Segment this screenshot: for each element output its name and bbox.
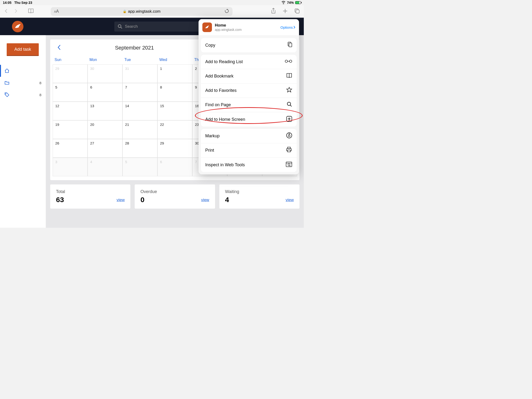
share-item-label: Add to Reading List [205,59,243,64]
svg-rect-12 [288,150,290,152]
day-cell[interactable]: 22 [157,120,192,139]
tabs-icon[interactable] [294,8,300,15]
glasses-icon [285,59,292,64]
plus-square-icon [286,116,292,123]
svg-rect-4 [289,43,292,47]
share-item-add-to-home-screen[interactable]: Add to Home Screen [201,112,297,127]
svg-point-5 [285,60,288,63]
day-cell[interactable]: 20 [88,120,122,139]
status-time: 14:05 [3,1,12,5]
svg-point-7 [287,102,291,106]
sidebar-count: 8 [39,93,41,97]
sidebar-item-home[interactable] [0,65,46,77]
share-item-label: Add Bookmark [205,74,234,79]
url-bar[interactable]: AA 🔒 app.wingtask.com [51,7,233,16]
day-cell[interactable]: 15 [157,102,192,120]
stat-card-overdue: Overdue 0 view [135,184,215,209]
day-header: Tue [122,55,157,64]
share-item-copy[interactable]: Copy [201,38,297,52]
share-item-label: Print [205,148,214,153]
new-tab-icon[interactable] [282,8,288,15]
share-item-label: Find on Page [205,102,231,108]
url-text: app.wingtask.com [128,9,160,14]
battery-percent: 74% [287,1,294,5]
stat-value: 0 [140,196,209,204]
inspect-icon [286,161,292,168]
status-date: Thu Sep 23 [14,1,32,5]
stat-value: 4 [225,196,294,204]
day-cell[interactable]: 29 [53,64,88,83]
day-cell[interactable]: 12 [53,102,88,120]
stat-view-link[interactable]: view [201,198,209,202]
bookmarks-icon[interactable] [28,8,34,15]
share-options-link[interactable]: Options [280,25,295,29]
share-subtitle: app.wingtask.com [215,28,242,32]
stat-label: Overdue [140,189,209,194]
lock-icon: 🔒 [123,10,127,13]
browser-toolbar: AA 🔒 app.wingtask.com [0,5,304,18]
search-icon [287,101,292,108]
share-app-icon [202,22,212,32]
stat-card-total: Total 63 view [50,184,130,209]
share-item-label: Copy [205,43,215,48]
sidebar-item-tag[interactable]: 8 [0,89,46,101]
share-icon[interactable] [271,8,276,15]
stat-label: Waiting [225,189,294,194]
day-cell[interactable]: 6 [88,83,122,102]
share-item-label: Add to Favorites [205,88,237,93]
day-cell[interactable]: 3 [53,158,88,176]
copy-icon [287,42,292,49]
share-title: Home [215,23,242,28]
text-size-icon[interactable]: AA [54,9,59,14]
svg-rect-13 [286,162,292,167]
day-cell[interactable]: 29 [157,139,192,158]
day-cell[interactable]: 7 [122,83,157,102]
day-cell[interactable]: 19 [53,120,88,139]
share-item-find-on-page[interactable]: Find on Page [201,98,297,112]
day-header: Wed [157,55,192,64]
day-cell[interactable]: 28 [122,139,157,158]
forward-button[interactable] [13,9,18,14]
day-cell[interactable]: 26 [53,139,88,158]
app-logo[interactable] [12,21,23,32]
day-cell[interactable]: 1 [157,64,192,83]
share-item-print[interactable]: Print [201,143,297,158]
search-placeholder: Search [125,24,138,29]
day-cell[interactable]: 13 [88,102,122,120]
stat-label: Total [56,189,125,194]
back-button[interactable] [4,9,9,14]
day-cell[interactable]: 8 [157,83,192,102]
share-item-label: Inspect in Web Tools [205,162,245,167]
day-cell[interactable]: 5 [53,83,88,102]
share-item-add-bookmark[interactable]: Add Bookmark [201,69,297,83]
day-cell[interactable]: 21 [122,120,157,139]
print-icon [286,147,292,154]
share-header: Home app.wingtask.com Options [199,19,299,36]
svg-point-14 [288,164,290,166]
share-item-inspect-in-web-tools[interactable]: Inspect in Web Tools [201,158,297,172]
stat-view-link[interactable]: view [286,198,294,202]
reload-icon[interactable] [224,9,229,14]
day-header: Mon [88,55,122,64]
svg-point-6 [289,60,292,63]
day-cell[interactable]: 27 [88,139,122,158]
share-item-markup[interactable]: Markup [201,129,297,143]
day-cell[interactable]: 5 [122,158,157,176]
svg-point-2 [118,25,121,27]
day-cell[interactable]: 6 [157,158,192,176]
star-icon [286,87,292,94]
search-box[interactable]: Search [114,22,200,32]
sidebar-item-folder[interactable]: 8 [0,77,46,89]
day-cell[interactable]: 4 [88,158,122,176]
markup-icon [286,132,292,140]
stat-card-waiting: Waiting 4 view [219,184,299,209]
svg-rect-11 [288,147,290,149]
share-item-add-to-reading-list[interactable]: Add to Reading List [201,55,297,69]
stat-view-link[interactable]: view [116,198,125,202]
book-icon [286,73,292,80]
day-cell[interactable]: 31 [122,64,157,83]
day-cell[interactable]: 14 [122,102,157,120]
day-cell[interactable]: 30 [88,64,122,83]
share-item-add-to-favorites[interactable]: Add to Favorites [201,83,297,98]
status-bar: 14:05 Thu Sep 23 74% [0,0,304,5]
